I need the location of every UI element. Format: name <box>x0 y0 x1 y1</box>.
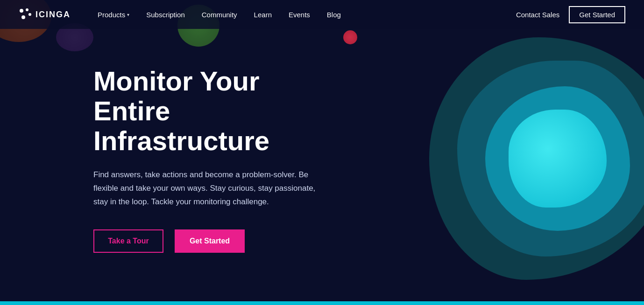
hero-title: Monitor Your Entire Infrastructure <box>93 66 327 155</box>
hero-section: Monitor Your Entire Infrastructure Find … <box>0 29 327 253</box>
bg-blob-teal-core <box>509 110 607 208</box>
nav-community[interactable]: Community <box>193 0 246 29</box>
navbar: icinga Products ▾ Subscription Community… <box>0 0 644 29</box>
svg-point-2 <box>28 13 31 16</box>
hero-buttons: Take a Tour Get Started <box>93 229 327 253</box>
svg-point-1 <box>26 8 28 11</box>
nav-links: Products ▾ Subscription Community Learn … <box>89 0 516 29</box>
hero-description: Find answers, take actions and become a … <box>93 168 327 209</box>
nav-learn[interactable]: Learn <box>246 0 280 29</box>
bottom-accent-bar <box>0 301 644 305</box>
contact-sales-link[interactable]: Contact Sales <box>516 11 559 19</box>
get-started-hero-button[interactable]: Get Started <box>175 229 245 253</box>
svg-point-3 <box>21 15 25 19</box>
nav-events[interactable]: Events <box>280 0 318 29</box>
nav-blog[interactable]: Blog <box>318 0 349 29</box>
logo-text: icinga <box>35 10 71 20</box>
take-a-tour-button[interactable]: Take a Tour <box>93 229 163 253</box>
get-started-nav-button[interactable]: Get Started <box>569 6 625 23</box>
chevron-down-icon: ▾ <box>127 12 129 17</box>
nav-subscription[interactable]: Subscription <box>138 0 193 29</box>
svg-point-0 <box>20 9 23 13</box>
logo-icon <box>19 8 32 21</box>
nav-right: Contact Sales Get Started <box>516 6 625 23</box>
nav-products[interactable]: Products ▾ <box>89 0 138 29</box>
bg-blob-pink <box>343 30 357 44</box>
logo-link[interactable]: icinga <box>19 8 71 21</box>
